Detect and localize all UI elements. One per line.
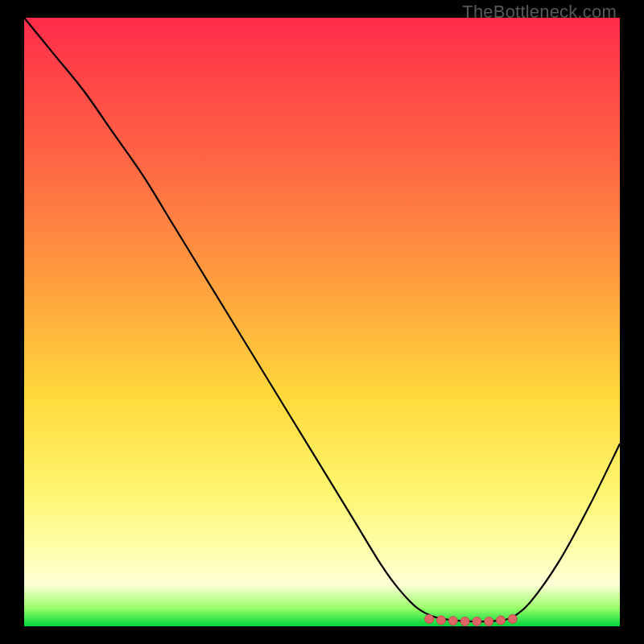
- marker-dot: [425, 614, 434, 623]
- plot-area: [24, 18, 620, 626]
- marker-dot: [473, 617, 481, 625]
- chart-frame: TheBottleneck.com: [0, 0, 644, 644]
- marker-dot: [497, 616, 506, 625]
- marker-dot: [448, 617, 457, 625]
- chart-svg: [24, 18, 620, 626]
- optimal-range-markers: [425, 614, 518, 625]
- marker-dot: [437, 616, 446, 625]
- bottleneck-curve: [24, 18, 620, 621]
- watermark-text: TheBottleneck.com: [462, 2, 617, 23]
- marker-dot: [508, 614, 517, 623]
- marker-dot: [460, 617, 469, 625]
- marker-dot: [485, 617, 493, 625]
